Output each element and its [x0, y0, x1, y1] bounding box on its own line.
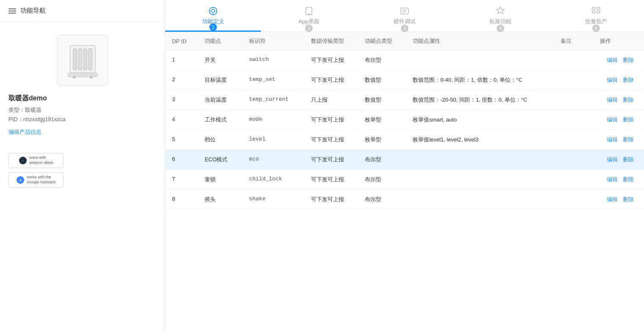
cell-featuretype: 布尔型 [358, 150, 406, 170]
cell-featuretype: 枚举型 [358, 130, 406, 150]
cell-identifier: switch [242, 50, 304, 70]
alexa-badge: ○ voice withamazon alexa [8, 153, 64, 168]
svg-rect-4 [89, 49, 92, 70]
delete-link-row-8[interactable]: 删除 [623, 196, 634, 202]
tab-badge-5: 5 [592, 25, 600, 32]
edit-link-row-3[interactable]: 编辑 [607, 97, 618, 103]
cell-attrs [406, 150, 554, 170]
cell-actions: 编辑 删除 [593, 190, 644, 210]
svg-rect-13 [592, 7, 595, 9]
tab-badge-4: 4 [497, 25, 504, 32]
product-image-box [57, 35, 108, 86]
cell-feature: 童锁 [198, 170, 242, 190]
cell-datatype: 可下发可上报 [304, 190, 358, 210]
cell-attrs [406, 50, 554, 70]
th-identifier: 标识符 [242, 32, 304, 50]
cell-datatype: 可下发可上报 [304, 170, 358, 190]
cell-attrs: 数值范围：-20-50, 间距：1, 倍数：0, 单位：°C [406, 90, 554, 110]
cell-featuretype: 布尔型 [358, 170, 406, 190]
edit-link-row-1[interactable]: 编辑 [607, 57, 618, 63]
cell-featuretype: 数值型 [358, 90, 406, 110]
table-row: 5 档位 level 可下发可上报 枚举型 枚举值level1, level2,… [165, 130, 644, 150]
cell-datatype: 可下发可上报 [304, 70, 358, 90]
cell-datatype: 只上报 [304, 90, 358, 110]
nav-title: 功能导航 [20, 7, 46, 15]
tab-extend-func[interactable]: 拓展功能 4 [452, 0, 548, 32]
cell-feature: 档位 [198, 130, 242, 150]
delete-link-row-6[interactable]: 删除 [623, 156, 634, 163]
cell-dpid: 4 [165, 110, 198, 130]
alexa-icon: ○ [19, 157, 27, 164]
menu-icon[interactable] [8, 8, 16, 14]
sidebar: 功能导航 取暖器demo 类型：取暖器 PID：nhzxxttjg19 [0, 0, 165, 332]
cell-attrs [406, 190, 554, 210]
delete-link-row-3[interactable]: 删除 [623, 97, 634, 103]
table-row: 7 童锁 child_lock 可下发可上报 布尔型 编辑 删除 [165, 170, 644, 190]
th-feature: 功能点 [198, 32, 242, 50]
table-row: 1 开关 switch 可下发可上报 布尔型 编辑 删除 [165, 50, 644, 70]
svg-point-7 [89, 75, 93, 79]
tab-nav: 功能定义 1 App界面 2 硬件调试 3 [165, 0, 644, 32]
app-ui-icon [304, 6, 314, 16]
cell-dpid: 7 [165, 170, 198, 190]
table-row: 4 工作模式 mode 可下发可上报 枚举型 枚举值smart, auto 编辑… [165, 110, 644, 130]
cell-feature: 目标温度 [198, 70, 242, 90]
tab-badge-3: 3 [401, 25, 408, 32]
edit-link-row-7[interactable]: 编辑 [607, 176, 618, 183]
delete-link-row-1[interactable]: 删除 [623, 57, 634, 63]
svg-point-6 [72, 75, 76, 79]
delete-link-row-2[interactable]: 删除 [623, 77, 634, 83]
cell-feature: 开关 [198, 50, 242, 70]
table-header-row: DP ID 功能点 标识符 数据传输类型 功能点类型 功能点属性 备注 操作 [165, 32, 644, 50]
table-row: 8 摇头 shake 可下发可上报 布尔型 编辑 删除 [165, 190, 644, 210]
delete-link-row-4[interactable]: 删除 [623, 116, 634, 123]
badge-area: ○ voice withamazon alexa ● works with th… [0, 144, 165, 196]
cell-actions: 编辑 删除 [593, 130, 644, 150]
edit-link-row-4[interactable]: 编辑 [607, 116, 618, 123]
edit-link-row-5[interactable]: 编辑 [607, 136, 618, 143]
cell-identifier: child_lock [242, 170, 304, 190]
cell-note [554, 50, 593, 70]
cell-datatype: 可下发可上报 [304, 110, 358, 130]
cell-attrs [406, 170, 554, 190]
product-info: 取暖器demo 类型：取暖器 PID：nhzxxttjg191xzca 编辑产品… [0, 94, 165, 144]
table-row: 2 目标温度 temp_set 可下发可上报 数值型 数值范围：0-40, 间距… [165, 70, 644, 90]
svg-rect-2 [78, 49, 82, 70]
cell-note [554, 150, 593, 170]
cell-dpid: 3 [165, 90, 198, 110]
cell-identifier: level [242, 130, 304, 150]
cell-note [554, 170, 593, 190]
tab-app-ui[interactable]: App界面 2 [261, 0, 357, 32]
cell-feature: 摇头 [198, 190, 242, 210]
cell-actions: 编辑 删除 [593, 70, 644, 90]
tab-function-def[interactable]: 功能定义 1 [165, 0, 261, 32]
cell-actions: 编辑 删除 [593, 170, 644, 190]
cell-note [554, 130, 593, 150]
edit-link-row-8[interactable]: 编辑 [607, 196, 618, 202]
delete-link-row-7[interactable]: 删除 [623, 176, 634, 183]
table-container: DP ID 功能点 标识符 数据传输类型 功能点类型 功能点属性 备注 操作 1… [165, 32, 644, 332]
cell-feature: ECO模式 [198, 150, 242, 170]
nav-header: 功能导航 [0, 0, 165, 22]
edit-link-row-2[interactable]: 编辑 [607, 77, 618, 83]
tab-hardware-debug[interactable]: 硬件调试 3 [357, 0, 452, 32]
cell-featuretype: 数值型 [358, 70, 406, 90]
th-attrs: 功能点属性 [406, 32, 554, 50]
cell-identifier: temp_set [242, 70, 304, 90]
cell-dpid: 2 [165, 70, 198, 90]
svg-rect-5 [68, 73, 97, 77]
th-note: 备注 [554, 32, 593, 50]
delete-link-row-5[interactable]: 删除 [623, 136, 634, 143]
cell-identifier: shake [242, 190, 304, 210]
svg-rect-3 [83, 49, 87, 70]
cell-attrs: 枚举值smart, auto [406, 110, 554, 130]
cell-dpid: 5 [165, 130, 198, 150]
product-pid: PID：nhzxxttjg191xzca [8, 116, 156, 123]
edit-product-link[interactable]: 编辑产品信息 [8, 128, 156, 136]
tab-batch-deploy[interactable]: 批量投产 5 [548, 0, 644, 32]
cell-identifier: eco [242, 150, 304, 170]
cell-identifier: mode [242, 110, 304, 130]
svg-rect-15 [592, 11, 595, 13]
cell-dpid: 6 [165, 150, 198, 170]
edit-link-row-6[interactable]: 编辑 [607, 156, 618, 163]
